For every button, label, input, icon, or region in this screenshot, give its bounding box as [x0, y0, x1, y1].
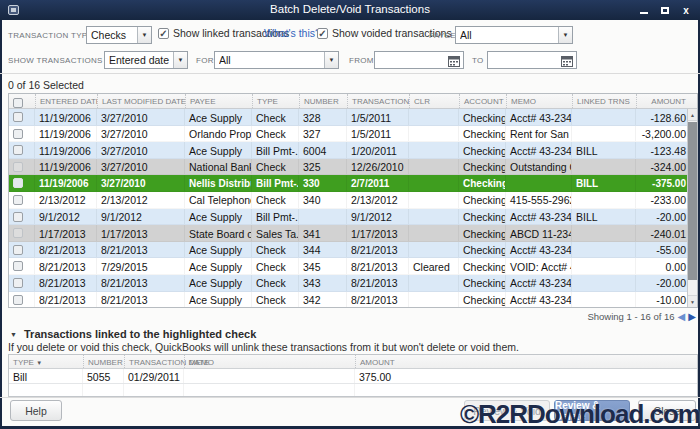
cell-last-modified-date: 3/27/2010: [97, 126, 185, 142]
column-header-memo[interactable]: MEMO: [506, 94, 572, 108]
scrollbar-thumb[interactable]: [688, 122, 697, 280]
table-row[interactable]: 8/21/20138/21/2013Ace SupplyCheck3428/21…: [9, 292, 687, 307]
show-linked-checkbox[interactable]: ✓: [158, 28, 169, 39]
cell-entered-date: 11/19/2006: [35, 142, 97, 158]
column-header-linked-trns[interactable]: LINKED TRNS: [572, 94, 636, 108]
row-checkbox[interactable]: [13, 178, 23, 188]
minimize-button[interactable]: [638, 4, 650, 16]
column-header-amount[interactable]: AMOUNT: [636, 94, 690, 108]
from-label: FROM: [349, 56, 374, 65]
review-and-void-button[interactable]: Review & Void: [464, 400, 550, 421]
row-checkbox[interactable]: [13, 145, 23, 155]
scroll-down-icon[interactable]: ▼: [688, 295, 697, 307]
column-header-type[interactable]: TYPE: [252, 94, 299, 108]
row-checkbox[interactable]: [13, 112, 23, 122]
linked-column-type[interactable]: TYPE ▼: [9, 355, 83, 368]
linked-column-transaction-date[interactable]: TRANSACTION DATE: [124, 355, 184, 368]
table-row[interactable]: 11/19/20063/27/2010National BankCheck325…: [9, 159, 687, 176]
cell-last-modified-date: 8/21/2013: [97, 292, 185, 307]
row-checkbox[interactable]: [13, 228, 23, 238]
row-checkbox[interactable]: [13, 129, 23, 139]
for-value: All: [219, 54, 323, 66]
cell-type: Check: [252, 192, 299, 208]
calendar-icon: [561, 55, 573, 67]
cell-entered-date: 11/19/2006: [35, 159, 97, 175]
previous-page-icon[interactable]: ◀: [678, 312, 686, 322]
cell-linked-trns: [572, 258, 636, 274]
maximize-button[interactable]: [659, 4, 671, 16]
cell-amount: -375.00: [636, 175, 687, 191]
column-header-account[interactable]: ACCOUNT: [459, 94, 506, 108]
cell-linked-trns: [572, 292, 636, 307]
vertical-scrollbar[interactable]: ▲ ▼: [687, 109, 697, 307]
row-checkbox-cell: [9, 109, 35, 125]
table-row[interactable]: 9/1/20129/1/2012Ace SupplyBill Pmt-...9/…: [9, 209, 687, 226]
row-checkbox[interactable]: [13, 261, 23, 271]
cell-clr: [409, 292, 459, 307]
column-header-entered-date[interactable]: ENTERED DATE ▲: [35, 94, 97, 108]
linked-section-heading: Transactions linked to the highlighted c…: [24, 328, 256, 340]
column-header-payee[interactable]: PAYEE: [185, 94, 252, 108]
cell-amount: -240.01: [636, 225, 687, 241]
to-date-input[interactable]: [487, 51, 577, 69]
show-transactions-by-label: SHOW TRANSACTIONS BY: [8, 56, 117, 65]
table-row[interactable]: 8/21/20138/21/2013Ace SupplyCheck3438/21…: [9, 275, 687, 292]
cell-transaction-date: 8/21/2013: [347, 275, 409, 291]
cell-account: Checking: [459, 258, 506, 274]
transactions-table: ENTERED DATE ▲ LAST MODIFIED DATE PAYEE …: [8, 93, 698, 308]
row-checkbox[interactable]: [13, 212, 23, 222]
review-and-delete-button[interactable]: Review & Delete: [554, 400, 630, 421]
cell-memo: Acct# 43-234: [506, 109, 572, 125]
row-checkbox[interactable]: [13, 245, 23, 255]
table-row[interactable]: 11/19/20063/27/2010Ace SupplyCheck3281/5…: [9, 109, 687, 126]
table-row[interactable]: 11/19/20063/27/2010Orlando Prope...Check…: [9, 126, 687, 143]
close-window-button[interactable]: x: [680, 4, 692, 16]
for-dropdown[interactable]: All ▼: [214, 51, 339, 69]
cell-amount: -3,200.00: [636, 126, 687, 142]
close-button[interactable]: Close: [638, 400, 696, 421]
cell-account: Checking: [459, 275, 506, 291]
to-label: TO: [472, 56, 484, 65]
cell-transaction-date: 8/21/2013: [347, 242, 409, 258]
linked-column-memo[interactable]: MEMO: [184, 355, 355, 368]
next-page-icon[interactable]: ▶: [688, 312, 696, 322]
cell-last-modified-date: 8/21/2013: [97, 242, 185, 258]
from-date-input[interactable]: [374, 51, 464, 69]
scroll-up-icon[interactable]: ▲: [688, 109, 697, 121]
table-row[interactable]: 2/13/20122/13/2012Cal TelephoneCheck3402…: [9, 192, 687, 209]
cell-number: 325: [299, 159, 347, 175]
cell-type: Sales Ta...: [252, 225, 299, 241]
linked-column-amount[interactable]: AMOUNT: [355, 355, 697, 368]
column-header-number[interactable]: NUMBER: [299, 94, 347, 108]
payee-dropdown[interactable]: All ▼: [455, 26, 573, 44]
row-checkbox[interactable]: [13, 195, 23, 205]
column-header-last-modified[interactable]: LAST MODIFIED DATE: [97, 94, 185, 108]
cell-number: 340: [299, 192, 347, 208]
show-transactions-by-dropdown[interactable]: Entered date ▼: [104, 51, 188, 69]
collapse-toggle-icon[interactable]: ▼: [10, 331, 17, 338]
row-checkbox-cell: [9, 258, 35, 274]
row-checkbox[interactable]: [13, 295, 23, 305]
cell-last-modified-date: 3/27/2010: [97, 159, 185, 175]
payee-value: All: [460, 29, 557, 41]
table-row[interactable]: 8/21/20137/29/2015Ace SupplyCheck3458/21…: [9, 258, 687, 275]
select-all-header[interactable]: [9, 94, 35, 108]
linked-column-number[interactable]: NUMBER: [83, 355, 124, 368]
table-row[interactable]: 1/17/20131/17/2013State Board of...Sales…: [9, 225, 687, 242]
whats-this-link[interactable]: What's this?: [264, 27, 321, 39]
linked-section-description: If you delete or void this check, QuickB…: [8, 341, 519, 353]
row-checkbox[interactable]: [13, 278, 23, 288]
table-row[interactable]: 11/19/20063/27/2010Nellis Distributi...B…: [9, 175, 687, 192]
linked-cell-number: 5055: [83, 369, 124, 383]
table-row[interactable]: 11/19/20063/27/2010Ace SupplyBill Pmt-..…: [9, 142, 687, 159]
help-button[interactable]: Help: [10, 400, 62, 421]
column-header-clr[interactable]: CLR: [409, 94, 459, 108]
show-voided-checkbox[interactable]: ✓: [317, 28, 328, 39]
column-header-transaction-date[interactable]: TRANSACTION DAT: [347, 94, 409, 108]
table-row[interactable]: 8/21/20138/21/2013Ace SupplyCheck3448/21…: [9, 242, 687, 259]
linked-table-row[interactable]: Bill 5055 01/29/2011 375.00: [9, 369, 697, 384]
transaction-type-dropdown[interactable]: Checks ▼: [86, 26, 152, 44]
row-checkbox[interactable]: [13, 162, 23, 172]
select-all-checkbox[interactable]: [13, 98, 23, 108]
row-checkbox-cell: [9, 175, 35, 191]
